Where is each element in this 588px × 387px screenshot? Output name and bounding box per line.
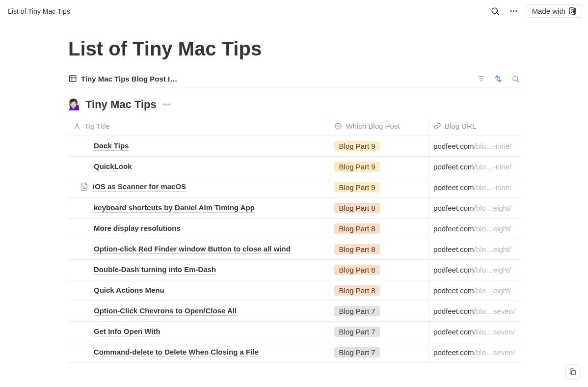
blog-post-tag[interactable]: Blog Part 9 xyxy=(334,141,379,151)
col-header-url[interactable]: Blog URL xyxy=(428,118,520,136)
tip-title[interactable]: Command-delete to Delete When Closing a … xyxy=(94,348,259,357)
blog-url[interactable]: podfeet.com/blo…seven/ xyxy=(428,342,520,363)
tip-title[interactable]: Option-Click Chevrons to Open/Close All xyxy=(94,306,237,316)
svg-line-1 xyxy=(497,13,499,15)
database-title[interactable]: 💁🏻‍♀️ Tiny Mac Tips ••• xyxy=(68,98,520,111)
col-header-post[interactable]: Which Blog Post xyxy=(329,118,428,136)
database-emoji-icon: 💁🏻‍♀️ xyxy=(68,98,81,111)
blog-url[interactable]: podfeet.com/blo…-nine/ xyxy=(428,177,520,198)
table-row[interactable]: keyboard shortcuts by Daniel Alm Timing … xyxy=(68,198,520,219)
col-header-title[interactable]: Tip Title xyxy=(68,118,329,136)
col-header-url-label: Blog URL xyxy=(445,122,476,130)
view-tabs-row: Tiny Mac Tips Blog Post I… xyxy=(68,74,520,87)
made-with-label: Made with xyxy=(532,7,565,15)
blog-post-tag[interactable]: Blog Part 9 xyxy=(334,182,379,193)
blog-post-tag[interactable]: Blog Part 7 xyxy=(334,327,379,337)
page-title: List of Tiny Mac Tips xyxy=(68,37,520,60)
table-row[interactable]: Option-click Red Finder window Button to… xyxy=(68,239,520,260)
blog-url[interactable]: podfeet.com/blo…eight/ xyxy=(428,219,520,239)
blog-post-tag[interactable]: Blog Part 7 xyxy=(334,306,379,316)
table-header-row: Tip Title Which Blog Post xyxy=(68,118,520,136)
blog-url[interactable]: podfeet.com/blo…eight/ xyxy=(428,260,520,280)
svg-rect-5 xyxy=(69,76,76,82)
blog-url[interactable]: podfeet.com/blo…eight/ xyxy=(428,280,520,301)
page-content: List of Tiny Mac Tips Tiny Mac Tips Blog… xyxy=(58,37,530,363)
svg-point-2 xyxy=(510,10,512,12)
tip-title[interactable]: Double-Dash turning into Em-Dash xyxy=(94,265,216,275)
tips-table: Tip Title Which Blog Post xyxy=(68,118,520,363)
tip-title[interactable]: iOS as Scanner for macOS xyxy=(93,182,186,192)
table-row[interactable]: Dock TipsBlog Part 9podfeet.com/blo…-nin… xyxy=(68,136,520,156)
filter-icon[interactable] xyxy=(477,75,485,83)
tip-title[interactable]: keyboard shortcuts by Daniel Alm Timing … xyxy=(94,203,255,213)
col-header-post-label: Which Blog Post xyxy=(346,122,400,130)
text-property-icon xyxy=(73,122,81,130)
notion-logo-icon xyxy=(568,7,577,15)
svg-point-14 xyxy=(335,123,341,129)
svg-rect-17 xyxy=(571,370,575,375)
table-icon xyxy=(68,74,77,83)
blog-url[interactable]: podfeet.com/blo…seven/ xyxy=(428,301,520,322)
blog-post-tag[interactable]: Blog Part 8 xyxy=(334,244,379,254)
sort-icon[interactable] xyxy=(494,75,503,83)
tip-title[interactable]: Quick Actions Menu xyxy=(94,286,164,295)
tip-title[interactable]: Option-click Red Finder window Button to… xyxy=(94,245,291,254)
topbar-actions: Made with xyxy=(489,4,582,18)
table-row[interactable]: Quick Actions MenuBlog Part 8podfeet.com… xyxy=(68,280,520,301)
tip-title[interactable]: More display resolutions xyxy=(94,224,181,233)
svg-point-4 xyxy=(516,10,517,12)
table-row[interactable]: Get Info Open WithBlog Part 7podfeet.com… xyxy=(68,322,520,342)
topbar: List of Tiny Mac Tips Made with xyxy=(0,0,588,22)
search-in-view-icon[interactable] xyxy=(511,75,520,83)
table-row[interactable]: QuickLookBlog Part 9podfeet.com/blo…-nin… xyxy=(68,156,520,177)
svg-line-12 xyxy=(517,80,519,82)
blog-url[interactable]: podfeet.com/blo…eight/ xyxy=(428,239,520,260)
tip-title[interactable]: Dock Tips xyxy=(94,141,129,151)
table-row[interactable]: Option-Click Chevrons to Open/Close AllB… xyxy=(68,301,520,322)
database-title-text: Tiny Mac Tips xyxy=(85,98,157,111)
view-tab-table[interactable]: Tiny Mac Tips Blog Post I… xyxy=(68,74,177,83)
blog-url[interactable]: podfeet.com/blo…-nine/ xyxy=(428,156,520,177)
blog-post-tag[interactable]: Blog Part 7 xyxy=(334,347,379,358)
blog-url[interactable]: podfeet.com/blo…eight/ xyxy=(428,198,520,219)
select-property-icon xyxy=(334,122,342,130)
blog-url[interactable]: podfeet.com/blo…-nine/ xyxy=(428,136,520,156)
blog-post-tag[interactable]: Blog Part 8 xyxy=(334,265,379,275)
table-row[interactable]: iOS as Scanner for macOSBlog Part 9podfe… xyxy=(68,177,520,198)
database-more-icon[interactable]: ••• xyxy=(162,100,171,109)
blog-post-tag[interactable]: Blog Part 9 xyxy=(334,162,379,172)
search-icon[interactable] xyxy=(489,5,501,17)
breadcrumb[interactable]: List of Tiny Mac Tips xyxy=(6,7,70,15)
link-property-icon xyxy=(433,122,441,130)
svg-point-3 xyxy=(513,10,514,12)
blog-post-tag[interactable]: Blog Part 8 xyxy=(334,203,379,213)
col-header-title-label: Tip Title xyxy=(84,122,110,130)
page-doc-icon xyxy=(80,182,89,191)
tip-title[interactable]: Get Info Open With xyxy=(94,327,160,336)
more-horiz-icon[interactable] xyxy=(508,5,520,17)
tip-title[interactable]: QuickLook xyxy=(94,162,132,171)
table-row[interactable]: Double-Dash turning into Em-DashBlog Par… xyxy=(68,260,520,280)
blog-post-tag[interactable]: Blog Part 8 xyxy=(334,223,379,234)
table-row[interactable]: Command-delete to Delete When Closing a … xyxy=(68,342,520,363)
view-tab-label: Tiny Mac Tips Blog Post I… xyxy=(81,75,177,83)
view-actions xyxy=(477,75,520,83)
made-with-button[interactable]: Made with xyxy=(527,4,582,18)
blog-url[interactable]: podfeet.com/blo…seven/ xyxy=(428,322,520,342)
table-row[interactable]: More display resolutionsBlog Part 8podfe… xyxy=(68,219,520,239)
blog-post-tag[interactable]: Blog Part 8 xyxy=(334,285,379,296)
copy-page-button[interactable] xyxy=(565,364,580,379)
